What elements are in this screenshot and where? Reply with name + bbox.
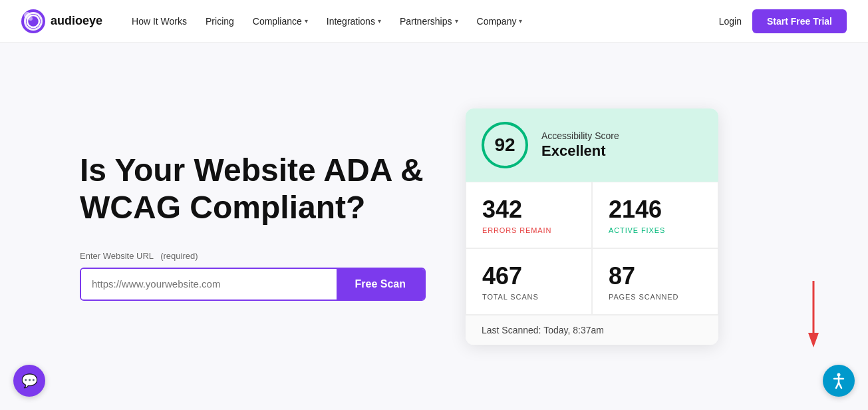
hero-section: Is Your Website ADA & WCAG Compliant? En… — [0, 43, 868, 410]
score-number: 92 — [494, 134, 515, 156]
login-link[interactable]: Login — [719, 16, 742, 27]
fixes-label: ACTIVE FIXES — [609, 226, 702, 234]
url-input[interactable] — [81, 269, 337, 300]
errors-number: 342 — [482, 196, 575, 224]
scans-cell: 467 TOTAL SCANS — [466, 248, 592, 315]
logo[interactable]: audioeye — [21, 9, 102, 33]
nav-compliance[interactable]: Compliance ▾ — [245, 11, 316, 32]
score-rating: Excellent — [541, 142, 619, 160]
chevron-down-icon: ▾ — [305, 17, 308, 25]
last-scanned: Last Scanned: Today, 8:37am — [466, 315, 718, 345]
hero-title: Is Your Website ADA & WCAG Compliant? — [80, 152, 426, 225]
accessibility-icon — [829, 371, 848, 390]
scans-label: TOTAL SCANS — [482, 293, 575, 301]
chevron-down-icon: ▾ — [519, 17, 522, 25]
url-input-row: Free Scan — [80, 268, 426, 301]
errors-label: ERRORS REMAIN — [482, 226, 575, 234]
nav-company[interactable]: Company ▾ — [469, 11, 531, 32]
score-circle: 92 — [482, 122, 528, 168]
logo-icon — [21, 9, 45, 33]
nav-right: Login Start Free Trial — [719, 9, 847, 33]
svg-point-1 — [29, 17, 33, 21]
chat-icon: 💬 — [21, 373, 38, 389]
nav-integrations[interactable]: Integrations ▾ — [319, 11, 389, 32]
accessibility-button[interactable] — [823, 365, 855, 397]
nav-partnerships[interactable]: Partnerships ▾ — [392, 11, 466, 32]
url-required: (required) — [160, 251, 198, 261]
logo-text: audioeye — [51, 14, 102, 28]
stats-card: 92 Accessibility Score Excellent 342 ERR… — [466, 108, 718, 345]
pages-label: PAGES SCANNED — [609, 293, 702, 301]
svg-line-8 — [839, 383, 841, 388]
chat-bubble[interactable]: 💬 — [13, 365, 45, 397]
stats-grid: 342 ERRORS REMAIN 2146 ACTIVE FIXES 467 … — [466, 182, 718, 315]
pages-cell: 87 PAGES SCANNED — [592, 248, 718, 315]
pages-number: 87 — [609, 262, 702, 290]
free-scan-button[interactable]: Free Scan — [337, 269, 424, 300]
chevron-down-icon: ▾ — [378, 17, 381, 25]
score-label-title: Accessibility Score — [541, 130, 619, 141]
main-nav: audioeye How It Works Pricing Compliance… — [0, 0, 868, 43]
score-row: 92 Accessibility Score Excellent — [466, 108, 718, 182]
arrow-indicator — [807, 281, 820, 350]
errors-cell: 342 ERRORS REMAIN — [466, 182, 592, 248]
scans-number: 467 — [482, 262, 575, 290]
fixes-number: 2146 — [609, 196, 702, 224]
nav-links: How It Works Pricing Compliance ▾ Integr… — [124, 11, 719, 32]
svg-point-0 — [27, 15, 39, 27]
svg-marker-3 — [808, 333, 819, 347]
chevron-down-icon: ▾ — [455, 17, 458, 25]
nav-pricing[interactable]: Pricing — [198, 11, 242, 32]
score-label-area: Accessibility Score Excellent — [541, 130, 619, 160]
fixes-cell: 2146 ACTIVE FIXES — [592, 182, 718, 248]
start-trial-button[interactable]: Start Free Trial — [752, 9, 847, 33]
hero-left: Is Your Website ADA & WCAG Compliant? En… — [80, 152, 426, 300]
hero-right: 92 Accessibility Score Excellent 342 ERR… — [466, 108, 732, 345]
url-label: Enter Website URL (required) — [80, 250, 426, 261]
nav-how-it-works[interactable]: How It Works — [124, 11, 195, 32]
